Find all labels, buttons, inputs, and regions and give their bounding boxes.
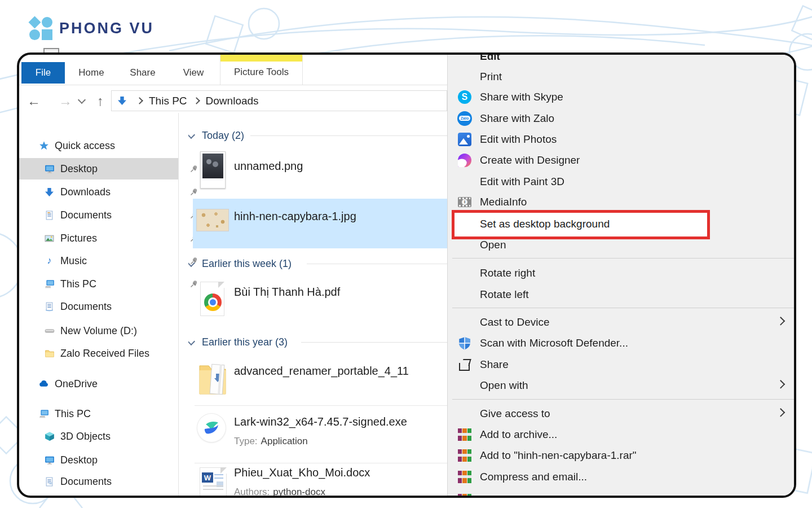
downloads-arrow-icon [44, 187, 55, 198]
sidebar-label: Quick access [55, 140, 115, 152]
collapse-chevron-icon[interactable] [188, 130, 195, 138]
sidebar-label: Documents [60, 301, 112, 313]
menu-item-rotate-left[interactable]: Rotate left [448, 284, 794, 305]
menu-item-add-to-archive[interactable]: Add to archive... [448, 424, 794, 445]
menu-item-open-with[interactable]: Open with [448, 375, 794, 396]
menu-item-give-access-to[interactable]: Give access to [448, 403, 794, 424]
file-name-docx[interactable]: Phieu_Xuat_Kho_Moi.docx [234, 466, 370, 479]
submenu-chevron-icon [776, 380, 785, 389]
menu-item-share[interactable]: Share [448, 354, 794, 375]
menu-item-label: Open [480, 239, 506, 251]
file-name-pdf[interactable]: Bùi Thị Thanh Hà.pdf [234, 286, 340, 299]
sidebar-item-this-pc[interactable]: This PC [44, 273, 96, 295]
group-header-label: Today (2) [202, 130, 244, 142]
sidebar-item-music[interactable]: ♪ Music [44, 250, 87, 271]
tab-view-label: View [183, 67, 204, 78]
menu-item-partial-bottom[interactable] [448, 489, 794, 498]
meta-label: Type: [234, 436, 258, 446]
menu-item-mediainfo[interactable]: i MediaInfo [448, 191, 794, 212]
sidebar-label: New Volume (D:) [60, 325, 137, 337]
menu-item-edit-with-paint3d[interactable]: Edit with Paint 3D [448, 171, 794, 192]
menu-item-label: Rotate left [480, 288, 529, 301]
menu-item-open[interactable]: Open [448, 234, 794, 255]
menu-item-label: Add to "hinh-nen-capybara-1.rar" [480, 449, 637, 462]
menu-item-cast-to-device[interactable]: Cast to Device [448, 312, 794, 332]
file-icon-docx[interactable]: W [200, 467, 227, 496]
winrar-icon [456, 468, 473, 485]
up-button[interactable]: ↑ [97, 90, 104, 111]
file-icon-lark-exe[interactable] [197, 414, 226, 442]
collapse-chevron-icon[interactable] [188, 259, 195, 266]
sidebar-item-documents-3[interactable]: Documents [44, 471, 112, 492]
tab-share[interactable]: Share [117, 62, 168, 84]
menu-item-compress-and-email[interactable]: Compress and email... [448, 466, 794, 487]
sidebar-label: Desktop [60, 163, 98, 175]
group-header-today[interactable]: Today (2) [188, 129, 244, 142]
file-name-unnamed-png[interactable]: unnamed.png [234, 160, 303, 173]
sidebar-item-desktop-2[interactable]: Desktop [44, 449, 98, 471]
menu-item-share-with-skype[interactable]: S Share with Skype [448, 86, 794, 107]
menu-item-share-with-zalo[interactable]: Zalo Share with Zalo [448, 108, 794, 129]
menu-item-scan-with-defender[interactable]: Scan with Microsoft Defender... [448, 332, 794, 353]
sidebar-item-desktop[interactable]: Desktop [44, 158, 98, 179]
sidebar-item-new-volume[interactable]: New Volume (D:) [44, 320, 137, 341]
sidebar-item-downloads[interactable]: Downloads [44, 181, 111, 203]
menu-item-label: MediaInfo [480, 196, 527, 208]
menu-item-add-to-rar[interactable]: Add to "hinh-nen-capybara-1.rar" [448, 445, 794, 466]
file-icon-zip-folder[interactable] [198, 361, 227, 396]
sidebar-item-onedrive[interactable]: OneDrive [38, 373, 98, 395]
collapse-chevron-icon[interactable] [188, 337, 195, 345]
file-thumbnail-capybara-jpg[interactable] [196, 209, 229, 231]
file-name-advanced-renamer[interactable]: advanced_renamer_portable_4_11 [234, 365, 409, 378]
tab-view[interactable]: View [169, 62, 218, 84]
group-header-earlier-this-week[interactable]: Earlier this week (1) [188, 257, 292, 270]
designer-icon [456, 152, 473, 169]
forward-button[interactable]: → [59, 90, 72, 111]
sidebar-item-quick-access[interactable]: Quick access [38, 135, 115, 156]
menu-item-edit[interactable]: Edit [448, 52, 794, 67]
lark-logo-icon [203, 419, 220, 436]
breadcrumb-downloads[interactable]: Downloads [206, 95, 259, 107]
breadcrumb-chevron-icon [193, 97, 200, 104]
breadcrumb[interactable]: This PC Downloads [111, 90, 447, 111]
tab-home[interactable]: Home [67, 62, 116, 84]
file-icon-pdf[interactable] [200, 282, 224, 316]
back-button[interactable]: ← [27, 90, 41, 111]
sidebar-item-pictures[interactable]: Pictures [44, 227, 97, 249]
breadcrumb-this-pc[interactable]: This PC [149, 95, 187, 107]
tab-file[interactable]: File [21, 62, 65, 84]
sidebar-item-3d-objects[interactable]: 3D Objects [44, 426, 111, 447]
file-thumbnail-unnamed-png[interactable] [200, 151, 226, 189]
mediainfo-icon: i [456, 194, 473, 211]
skype-icon: S [456, 89, 473, 106]
sidebar-item-zalo-received[interactable]: Zalo Received Files [44, 343, 149, 364]
group-header-label: Earlier this year (3) [202, 336, 288, 348]
recent-locations-dropdown[interactable] [79, 90, 85, 111]
sidebar-label: Documents [60, 476, 112, 488]
sidebar-item-this-pc-2[interactable]: This PC [38, 403, 91, 424]
menu-item-print[interactable]: Print [448, 66, 794, 87]
menu-item-edit-with-photos[interactable]: Edit with Photos [448, 129, 794, 150]
breadcrumb-chevron-icon [136, 97, 143, 104]
group-header-label: Earlier this week (1) [202, 258, 292, 270]
sidebar-label: This PC [60, 278, 96, 290]
sidebar-label: Music [60, 255, 87, 267]
menu-item-create-with-designer[interactable]: Create with Designer [448, 150, 794, 170]
menu-item-label: Cast to Device [480, 316, 550, 329]
downloads-folder-icon [117, 96, 127, 106]
phongvu-logo-icon [29, 17, 52, 40]
file-name-lark-exe[interactable]: Lark-win32_x64-7.45.7-signed.exe [234, 415, 407, 428]
phongvu-logo: PHONG VU [29, 17, 154, 40]
zalo-icon: Zalo [456, 110, 473, 127]
winrar-icon [456, 447, 473, 464]
sidebar-item-documents[interactable]: Documents [44, 204, 112, 226]
menu-item-set-as-desktop-background[interactable]: Set as desktop background [448, 213, 794, 234]
menu-item-rotate-right[interactable]: Rotate right [448, 262, 794, 283]
file-explorer-window: File Home Share View Picture Tools ← → ↑… [17, 52, 796, 498]
pictures-icon [44, 233, 55, 244]
group-header-earlier-this-year[interactable]: Earlier this year (3) [188, 335, 288, 349]
file-name-capybara-jpg[interactable]: hinh-nen-capybara-1.jpg [234, 210, 356, 223]
sidebar-item-documents-2[interactable]: Documents [44, 296, 112, 317]
tab-picture-tools[interactable]: Picture Tools [220, 55, 303, 85]
menu-item-label: Open with [480, 379, 528, 392]
